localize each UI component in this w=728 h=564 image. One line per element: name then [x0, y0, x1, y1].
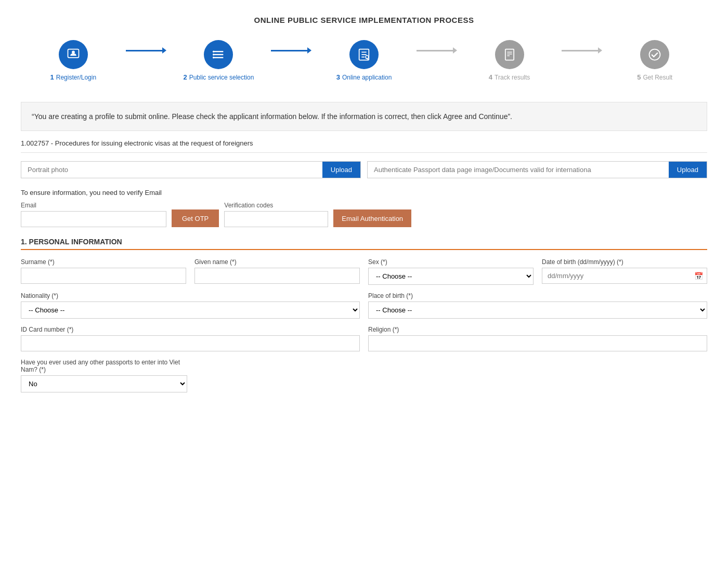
form-row-1: Surname (*) Given name (*) Sex (*) -- Ch… [21, 258, 707, 285]
surname-input[interactable] [21, 268, 186, 284]
other-passports-select[interactable]: No Yes [21, 375, 187, 392]
stepper: 1 Register/Login 2 Public service select… [21, 40, 707, 81]
portrait-upload-button[interactable]: Upload [322, 162, 360, 178]
connector-3-4 [417, 47, 457, 54]
get-otp-button[interactable]: Get OTP [172, 209, 219, 227]
place-of-birth-label: Place of birth (*) [368, 292, 707, 299]
connector-1-2 [126, 47, 166, 54]
step-4-circle [495, 40, 524, 69]
step-2-circle [204, 40, 233, 69]
step-1-circle [59, 40, 88, 69]
email-verify-row: Email Get OTP Verification codes Email A… [21, 202, 707, 227]
other-passports-label: Have you ever used any other passports t… [21, 359, 187, 373]
nationality-select[interactable]: -- Choose -- [21, 301, 360, 319]
dob-label: Date of birth (dd/mm/yyyy) (*) [542, 258, 707, 266]
step-2: 2 Public service selection [166, 40, 271, 81]
svg-point-5 [213, 50, 215, 53]
step-5-circle [640, 40, 669, 69]
portrait-input[interactable] [21, 162, 322, 178]
nationality-label: Nationality (*) [21, 292, 360, 299]
step-5-label: 5 Get Result [637, 73, 672, 81]
email-input[interactable] [21, 211, 166, 227]
step-1-label: 1 Register/Login [50, 73, 97, 81]
svg-point-1 [72, 50, 75, 54]
sex-label: Sex (*) [368, 258, 534, 266]
portrait-upload-field: Upload [21, 161, 361, 178]
dob-input[interactable] [542, 268, 707, 284]
place-of-birth-select[interactable]: -- Choose -- [368, 301, 707, 319]
other-passports-col: Have you ever used any other passports t… [21, 359, 187, 392]
dob-col: Date of birth (dd/mm/yyyy) (*) 📅 [542, 258, 707, 285]
connector-2-3 [271, 47, 311, 54]
email-label: Email [21, 202, 166, 209]
place-of-birth-col: Place of birth (*) -- Choose -- [368, 292, 707, 319]
step-3-label: 3 Online application [336, 73, 392, 81]
id-card-input[interactable] [21, 335, 360, 351]
given-name-col: Given name (*) [194, 258, 360, 285]
email-auth-button[interactable]: Email Authentication [333, 209, 411, 227]
page-title: ONLINE PUBLIC SERVICE IMPLEMENTATION PRO… [21, 16, 707, 24]
upload-row: Upload Upload [21, 161, 707, 178]
given-name-label: Given name (*) [194, 258, 360, 266]
svg-point-18 [649, 49, 660, 60]
passport-upload-field: Upload [367, 161, 707, 178]
form-row-4: Have you ever used any other passports t… [21, 359, 707, 392]
svg-point-7 [213, 57, 215, 59]
info-banner: “You are creating a profile to submit on… [21, 102, 707, 131]
given-name-input[interactable] [194, 268, 360, 284]
passport-input[interactable] [368, 162, 669, 178]
procedure-info: 1.002757 - Procedures for issuing electr… [21, 139, 707, 153]
step-1: 1 Register/Login [21, 40, 126, 81]
personal-info-heading: 1. PERSONAL INFORMATION [21, 238, 707, 250]
email-verify-title: To ensure information, you need to verif… [21, 189, 707, 196]
connector-4-5 [562, 47, 602, 54]
sex-select[interactable]: -- Choose -- Male Female Other [368, 268, 534, 285]
religion-input[interactable] [368, 335, 707, 351]
step-4-label: 4 Track results [489, 73, 530, 81]
verification-input[interactable] [224, 211, 328, 227]
id-card-label: ID Card number (*) [21, 326, 360, 333]
surname-label: Surname (*) [21, 258, 186, 266]
step-5: 5 Get Result [602, 40, 707, 81]
step-2-label: 2 Public service selection [183, 73, 254, 81]
surname-col: Surname (*) [21, 258, 186, 285]
verification-label: Verification codes [224, 202, 328, 209]
nationality-col: Nationality (*) -- Choose -- [21, 292, 360, 319]
dob-input-wrapper: 📅 [542, 268, 707, 284]
verification-field-group: Verification codes [224, 202, 328, 227]
passport-upload-button[interactable]: Upload [669, 162, 707, 178]
email-field-group: Email [21, 202, 166, 227]
religion-label: Religion (*) [368, 326, 707, 333]
sex-col: Sex (*) -- Choose -- Male Female Other [368, 258, 534, 285]
svg-point-6 [213, 54, 215, 56]
form-row-2: Nationality (*) -- Choose -- Place of bi… [21, 292, 707, 319]
step-3: 3 Online application [311, 40, 417, 81]
email-verify-section: To ensure information, you need to verif… [21, 189, 707, 227]
religion-col: Religion (*) [368, 326, 707, 351]
step-4: 4 Track results [457, 40, 562, 81]
id-card-col: ID Card number (*) [21, 326, 360, 351]
svg-rect-14 [505, 49, 513, 60]
form-row-3: ID Card number (*) Religion (*) [21, 326, 707, 351]
step-3-circle [349, 40, 379, 69]
